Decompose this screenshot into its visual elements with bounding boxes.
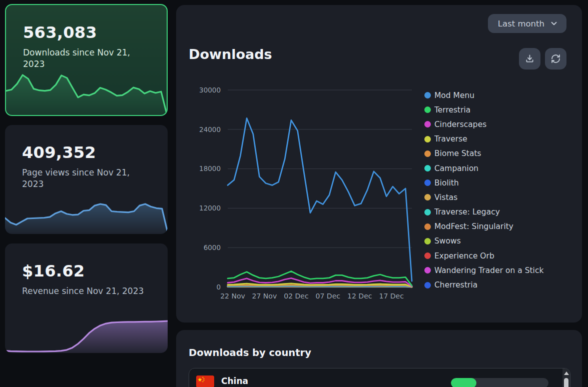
pageviews-count: 409,352 xyxy=(22,143,96,162)
scroll-thumb[interactable] xyxy=(564,378,568,387)
legend-color-dot xyxy=(424,224,431,230)
legend-item[interactable]: Cherrestria xyxy=(424,278,543,292)
country-progress-fill xyxy=(451,378,476,387)
svg-text:24000: 24000 xyxy=(199,126,221,134)
legend-label: Experience Orb xyxy=(434,252,494,260)
pageviews-sparkline xyxy=(5,200,168,234)
legend-item[interactable]: Wandering Trader on a Stick xyxy=(424,263,543,278)
downloads-chart: 060001200018000240003000022 Nov27 Nov02 … xyxy=(188,75,428,302)
legend-item[interactable]: Terrestria xyxy=(424,102,543,117)
svg-text:30000: 30000 xyxy=(199,86,221,94)
legend-label: Traverse: Legacy xyxy=(434,208,500,216)
refresh-button[interactable] xyxy=(545,48,566,70)
time-range-select[interactable]: Last month xyxy=(488,14,566,33)
svg-text:12000: 12000 xyxy=(199,204,221,212)
legend-item[interactable]: Biome Stats xyxy=(424,146,543,161)
legend-item[interactable]: Swows xyxy=(424,234,543,248)
svg-text:17 Dec: 17 Dec xyxy=(379,292,404,300)
export-button[interactable] xyxy=(519,48,540,70)
downloads-panel-title: Downloads xyxy=(189,47,272,62)
legend-label: Terrestria xyxy=(434,106,470,114)
legend-color-dot xyxy=(424,121,431,128)
legend-color-dot xyxy=(424,238,431,244)
svg-text:18000: 18000 xyxy=(199,164,221,172)
svg-text:★: ★ xyxy=(198,376,203,383)
downloads-sparkline xyxy=(6,71,167,115)
legend-label: Vistas xyxy=(434,193,457,202)
legend-label: Biome Stats xyxy=(434,149,481,158)
legend-label: Cinderscapes xyxy=(434,120,486,129)
revenue-stat-card[interactable]: $16.62 Revenue since Nov 21, 2023 xyxy=(5,244,168,353)
svg-text:0: 0 xyxy=(216,283,221,291)
country-panel: Downloads by country ★ China xyxy=(176,330,582,387)
legend-item[interactable]: ModFest: Singularity xyxy=(424,220,543,234)
svg-text:6000: 6000 xyxy=(204,244,221,252)
svg-text:27 Nov: 27 Nov xyxy=(252,292,277,300)
time-range-label: Last month xyxy=(498,19,544,28)
legend-label: Cherrestria xyxy=(434,280,477,290)
legend-item[interactable]: Traverse: Legacy xyxy=(424,205,543,220)
pageviews-count-label: Page views since Nov 21, 2023 xyxy=(22,167,147,190)
downloads-count: 563,083 xyxy=(23,23,97,42)
svg-text:02 Dec: 02 Dec xyxy=(284,292,308,300)
revenue-amount-label: Revenue since Nov 21, 2023 xyxy=(22,286,147,297)
svg-text:07 Dec: 07 Dec xyxy=(316,292,340,300)
legend-label: Mod Menu xyxy=(434,91,474,100)
downloads-stat-card[interactable]: 563,083 Downloads since Nov 21, 2023 xyxy=(5,4,168,116)
china-flag-icon: ★ xyxy=(196,376,214,387)
country-list-scrollbar[interactable] xyxy=(562,368,570,387)
country-name: China xyxy=(221,376,248,386)
legend-label: Swows xyxy=(434,236,461,246)
country-progress-bar xyxy=(451,378,548,387)
chart-legend: Mod Menu Terrestria Cinderscapes Travers… xyxy=(424,88,543,292)
revenue-sparkline xyxy=(5,317,168,353)
legend-item[interactable]: Biolith xyxy=(424,176,543,190)
legend-item[interactable]: Campanion xyxy=(424,161,543,176)
legend-color-dot xyxy=(424,194,431,200)
legend-color-dot xyxy=(424,180,431,186)
svg-text:22 Nov: 22 Nov xyxy=(220,292,245,300)
analytics-dashboard: 563,083 Downloads since Nov 21, 2023 409… xyxy=(0,0,588,387)
chevron-down-icon xyxy=(549,19,558,28)
legend-color-dot xyxy=(424,282,431,288)
legend-item[interactable]: Cinderscapes xyxy=(424,117,543,132)
revenue-amount: $16.62 xyxy=(22,262,85,280)
legend-color-dot xyxy=(424,267,431,274)
legend-label: Traverse xyxy=(434,134,467,144)
legend-color-dot xyxy=(424,92,431,98)
scroll-up-icon[interactable] xyxy=(564,372,569,375)
pageviews-stat-card[interactable]: 409,352 Page views since Nov 21, 2023 xyxy=(5,125,168,234)
chart-toolbar xyxy=(519,48,566,70)
downloads-panel: Last month Downloads 0600012000180002400… xyxy=(176,5,582,322)
legend-label: Campanion xyxy=(434,164,478,173)
svg-text:12 Dec: 12 Dec xyxy=(347,292,372,300)
legend-label: Biolith xyxy=(434,178,459,188)
legend-color-dot xyxy=(424,150,431,157)
stats-sidebar: 563,083 Downloads since Nov 21, 2023 409… xyxy=(5,4,168,353)
legend-color-dot xyxy=(424,252,431,259)
legend-item[interactable]: Traverse xyxy=(424,132,543,146)
legend-color-dot xyxy=(424,136,431,142)
legend-color-dot xyxy=(424,165,431,172)
refresh-icon xyxy=(550,54,561,64)
legend-color-dot xyxy=(424,106,431,113)
country-row: ★ China xyxy=(189,368,570,387)
legend-item[interactable]: Vistas xyxy=(424,190,543,204)
legend-item[interactable]: Experience Orb xyxy=(424,248,543,263)
country-list: ★ China xyxy=(189,368,570,387)
download-icon xyxy=(524,54,535,64)
country-panel-title: Downloads by country xyxy=(189,347,311,358)
legend-item[interactable]: Mod Menu xyxy=(424,88,543,102)
downloads-count-label: Downloads since Nov 21, 2023 xyxy=(23,47,148,70)
legend-label: ModFest: Singularity xyxy=(434,222,513,231)
legend-color-dot xyxy=(424,209,431,216)
legend-label: Wandering Trader on a Stick xyxy=(434,266,543,275)
